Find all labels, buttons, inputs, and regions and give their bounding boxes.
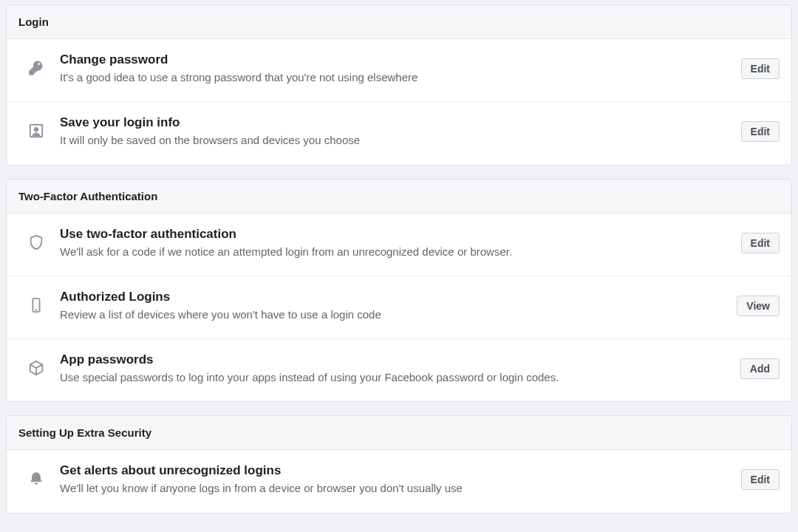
- row-save-login-info[interactable]: Save your login info It will only be sav…: [7, 102, 791, 164]
- row-title: Use two-factor authentication: [60, 227, 729, 242]
- edit-button[interactable]: Edit: [741, 233, 780, 253]
- row-desc: We'll let you know if anyone logs in fro…: [60, 481, 729, 496]
- add-button[interactable]: Add: [740, 358, 780, 379]
- person-square-icon: [28, 123, 44, 142]
- two-factor-section: Two-Factor Authentication Use two-factor…: [6, 179, 792, 403]
- login-section: Login Change password It's a good idea t…: [6, 4, 792, 166]
- row-title: Get alerts about unrecognized logins: [60, 463, 729, 478]
- svg-point-1: [34, 128, 38, 132]
- row-desc: It will only be saved on the browsers an…: [60, 133, 729, 148]
- bell-icon: [28, 471, 44, 490]
- view-button[interactable]: View: [737, 296, 780, 316]
- shield-icon: [28, 234, 44, 253]
- row-two-factor-auth[interactable]: Use two-factor authentication We'll ask …: [7, 214, 791, 276]
- key-icon: [28, 60, 44, 79]
- row-title: Authorized Logins: [60, 290, 725, 304]
- row-desc: Review a list of devices where you won't…: [60, 307, 725, 322]
- row-title: Change password: [60, 52, 729, 67]
- box-icon: [28, 360, 44, 379]
- svg-point-3: [35, 309, 37, 310]
- section-header-login: Login: [7, 5, 791, 39]
- edit-button[interactable]: Edit: [741, 469, 780, 490]
- row-desc: It's a good idea to use a strong passwor…: [60, 70, 729, 85]
- section-header-extra-security: Setting Up Extra Security: [7, 416, 791, 450]
- edit-button[interactable]: Edit: [741, 58, 780, 79]
- row-authorized-logins[interactable]: Authorized Logins Review a list of devic…: [7, 276, 791, 339]
- row-change-password[interactable]: Change password It's a good idea to use …: [7, 39, 791, 102]
- row-desc: Use special passwords to log into your a…: [60, 370, 729, 385]
- row-app-passwords[interactable]: App passwords Use special passwords to l…: [7, 339, 791, 401]
- row-desc: We'll ask for a code if we notice an att…: [60, 245, 729, 259]
- edit-button[interactable]: Edit: [741, 121, 780, 142]
- row-title: Save your login info: [60, 115, 729, 130]
- row-title: App passwords: [60, 352, 729, 367]
- extra-security-section: Setting Up Extra Security Get alerts abo…: [6, 415, 792, 513]
- phone-icon: [28, 297, 44, 316]
- row-login-alerts[interactable]: Get alerts about unrecognized logins We'…: [7, 450, 791, 512]
- section-header-two-factor: Two-Factor Authentication: [7, 180, 791, 214]
